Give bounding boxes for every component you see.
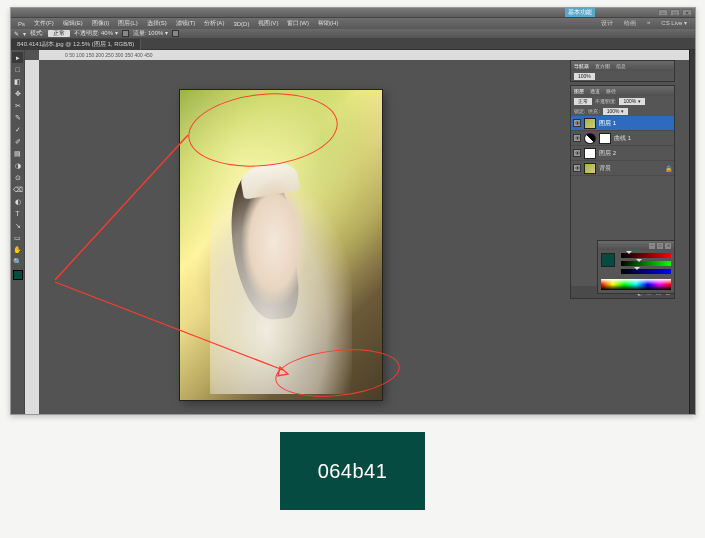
- minimize-button[interactable]: ─: [658, 9, 668, 16]
- tab-layers[interactable]: 图层: [574, 88, 584, 94]
- app-icon: Ps: [14, 21, 29, 27]
- shape-tool[interactable]: ▭: [12, 232, 23, 243]
- maximize-button[interactable]: □: [670, 9, 680, 16]
- ws-more[interactable]: »: [643, 19, 654, 28]
- photo-figure: [210, 177, 351, 394]
- color-swatch[interactable]: [601, 253, 615, 267]
- color-panel: ─ □ ✕: [597, 240, 675, 294]
- document-tab[interactable]: 840.4141副本.jpg @ 12.5% (图层 1, RGB/8): [11, 39, 141, 50]
- visibility-toggle[interactable]: 👁: [573, 164, 581, 172]
- lasso-tool[interactable]: ◧: [12, 76, 23, 87]
- opacity-label: 不透明度:: [595, 98, 616, 104]
- layer-name: 背景: [599, 164, 611, 173]
- layer-mask-thumb: [599, 133, 611, 144]
- history-brush-tool[interactable]: ◑: [12, 160, 23, 171]
- tab-paths[interactable]: 路径: [606, 88, 616, 94]
- menu-layer[interactable]: 图层(L): [114, 19, 141, 28]
- hand-tool[interactable]: ✋: [12, 244, 23, 255]
- menu-edit[interactable]: 编辑(E): [59, 19, 87, 28]
- layer-row[interactable]: 👁 图层 1: [571, 116, 674, 131]
- menu-help[interactable]: 帮助(H): [314, 19, 342, 28]
- layer-thumb: [584, 133, 596, 144]
- menubar: Ps 文件(F) 编辑(E) 图像(I) 图层(L) 选择(S) 滤镜(T) 分…: [11, 18, 695, 29]
- pressure-opacity-icon[interactable]: [122, 30, 129, 37]
- fill-label: 填充:: [588, 108, 599, 114]
- menu-filter[interactable]: 滤镜(T): [172, 19, 200, 28]
- menu-select[interactable]: 选择(S): [143, 19, 171, 28]
- eraser-tool[interactable]: ⊙: [12, 172, 23, 183]
- tab-histogram[interactable]: 直方图: [595, 63, 610, 69]
- slider-g[interactable]: [621, 261, 671, 266]
- visibility-toggle[interactable]: 👁: [573, 119, 581, 127]
- ws-design[interactable]: 设计: [597, 19, 617, 28]
- menu-window[interactable]: 窗口(W): [283, 19, 313, 28]
- layer-thumb: [584, 148, 596, 159]
- photoshop-window: ─ □ ✕ Ps 文件(F) 编辑(E) 图像(I) 图层(L) 选择(S) 滤…: [10, 7, 696, 415]
- cs-live[interactable]: CS Live ▾: [657, 19, 691, 28]
- layer-fill[interactable]: 100% ▾: [603, 108, 628, 115]
- menu-file[interactable]: 文件(F): [30, 19, 58, 28]
- hex-value: 064b41: [318, 460, 388, 483]
- heal-tool[interactable]: ✓: [12, 124, 23, 135]
- panel-close-button[interactable]: ✕: [665, 243, 671, 249]
- document-canvas[interactable]: [180, 90, 382, 400]
- mode-select[interactable]: 正常: [48, 30, 70, 37]
- layer-row[interactable]: 👁 背景 🔒: [571, 161, 674, 176]
- airbrush-icon[interactable]: [172, 30, 179, 37]
- gradient-tool[interactable]: ⌫: [12, 184, 23, 195]
- flow-control[interactable]: 流量: 100% ▾: [133, 29, 168, 38]
- brush-tool[interactable]: ✐: [12, 136, 23, 147]
- panel-max-button[interactable]: □: [657, 243, 663, 249]
- menu-view[interactable]: 视图(V): [254, 19, 282, 28]
- opacity-control[interactable]: 不透明度: 40% ▾: [74, 29, 118, 38]
- slider-r[interactable]: [621, 253, 671, 258]
- toolbox: ▸ □ ◧ ✥ ✂ ✎ ✓ ✐ ▤ ◑ ⊙ ⌫ ◐ T ↘ ▭ ✋ 🔍: [11, 50, 25, 414]
- window-controls: ─ □ ✕: [658, 9, 692, 16]
- workspace-badge[interactable]: 基本功能: [565, 8, 595, 17]
- layer-opacity[interactable]: 100% ▾: [619, 98, 644, 105]
- hex-swatch-card: 064b41: [280, 432, 425, 510]
- close-button[interactable]: ✕: [682, 9, 692, 16]
- layer-row[interactable]: 👁 曲线 1: [571, 131, 674, 146]
- layer-name: 图层 1: [599, 119, 616, 128]
- marquee-tool[interactable]: □: [12, 64, 23, 75]
- menu-3d[interactable]: 3D(D): [229, 21, 253, 27]
- menu-analysis[interactable]: 分析(A): [200, 19, 228, 28]
- visibility-toggle[interactable]: 👁: [573, 134, 581, 142]
- panels: 导航器 直方图 信息 100% 图层 通道 路径 正常 不透明度: 100% ▾…: [570, 60, 675, 302]
- crop-tool[interactable]: ✂: [12, 100, 23, 111]
- nav-zoom[interactable]: 100%: [574, 73, 595, 80]
- ws-paint[interactable]: 绘画: [620, 19, 640, 28]
- eyedropper-tool[interactable]: ✎: [12, 112, 23, 123]
- color-spectrum[interactable]: [601, 279, 671, 290]
- lock-label: 锁定:: [574, 108, 585, 114]
- menu-image[interactable]: 图像(I): [88, 19, 114, 28]
- workspace-switcher: 设计 绘画 » CS Live ▾: [597, 19, 691, 28]
- tab-navigator[interactable]: 导航器: [574, 63, 589, 69]
- move-tool[interactable]: ▸: [12, 52, 23, 63]
- blur-tool[interactable]: ◐: [12, 196, 23, 207]
- ruler-horizontal: 0 50 100 150 200 250 300 350 400 450: [39, 50, 689, 60]
- wand-tool[interactable]: ✥: [12, 88, 23, 99]
- tab-info[interactable]: 信息: [616, 63, 626, 69]
- zoom-tool[interactable]: 🔍: [12, 256, 23, 267]
- tab-channels[interactable]: 通道: [590, 88, 600, 94]
- right-dock: [689, 50, 695, 414]
- type-tool[interactable]: T: [12, 208, 23, 219]
- stamp-tool[interactable]: ▤: [12, 148, 23, 159]
- active-tool-icon: ✎: [14, 30, 19, 37]
- lock-icon: 🔒: [665, 165, 672, 172]
- layer-name: 图层 2: [599, 149, 616, 158]
- layer-row[interactable]: 👁 图层 2: [571, 146, 674, 161]
- layer-thumb: [584, 118, 596, 129]
- slider-b[interactable]: [621, 269, 671, 274]
- brush-preset[interactable]: ▾: [23, 30, 26, 37]
- ruler-vertical: [25, 60, 39, 414]
- pen-tool[interactable]: ↘: [12, 220, 23, 231]
- svg-line-0: [55, 135, 188, 280]
- layer-name: 曲线 1: [614, 134, 631, 143]
- blend-mode[interactable]: 正常: [574, 98, 592, 105]
- panel-min-button[interactable]: ─: [649, 243, 655, 249]
- visibility-toggle[interactable]: 👁: [573, 149, 581, 157]
- foreground-color[interactable]: [13, 270, 23, 280]
